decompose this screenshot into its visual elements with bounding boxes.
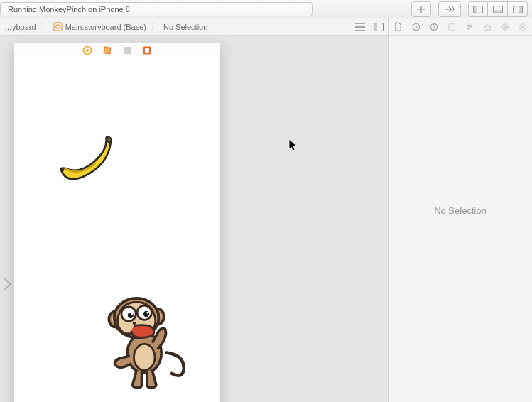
jump-bar-right [354,21,385,33]
storyboard-file-icon [53,22,63,31]
toggle-inspector-button[interactable] [508,1,528,17]
toggle-navigator-button[interactable] [468,1,488,17]
toolbar-right-cluster [411,1,528,17]
library-add-button[interactable] [411,1,431,17]
jump-bar: …yboard 〉 Main.storyboard (Base) 〉 No Se… [0,18,388,36]
breadcrumb-label: …yboard [4,23,36,31]
breadcrumb-label: No Selection [163,23,207,31]
svg-rect-16 [145,48,149,53]
version-editor-button[interactable] [438,1,461,17]
svg-point-29 [146,312,148,314]
interface-builder-canvas[interactable] [0,36,388,402]
chevron-right-icon: 〉 [39,21,50,33]
inspector-empty-state: No Selection [389,18,532,402]
activity-status-pill[interactable]: Running MonkeyPinch on iPhone 8 [0,2,313,16]
breadcrumb-item-folder[interactable]: …yboard [1,23,39,31]
banana-image-view[interactable] [57,134,121,183]
svg-rect-9 [374,23,378,31]
pane-toggle-group [468,1,528,17]
chevron-right-icon: 〉 [149,21,161,33]
storyboard-reference-icon[interactable] [142,45,152,55]
outline-view-toggle-icon[interactable] [354,21,367,33]
svg-rect-13 [104,48,110,53]
svg-point-28 [131,313,133,315]
monkey-image-view[interactable] [104,290,189,389]
first-responder-icon[interactable] [102,45,112,55]
svg-point-26 [128,313,134,318]
inspector-empty-text: No Selection [434,205,487,216]
svg-rect-5 [519,6,522,13]
svg-point-18 [134,344,155,370]
svg-rect-14 [124,47,131,54]
inspector-panel: No Selection [388,18,532,402]
svg-point-11 [86,49,89,52]
adjust-editor-options-icon[interactable] [372,21,385,33]
svg-point-27 [143,311,149,317]
breadcrumb-item-storyboard[interactable]: Main.storyboard (Base) [50,22,149,31]
svg-rect-6 [54,23,62,31]
scene-dock [14,43,220,58]
activity-status-text: Running MonkeyPinch on iPhone 8 [8,5,130,13]
toggle-debug-area-button[interactable] [488,1,508,17]
document-outline-toggle[interactable] [0,273,14,295]
svg-rect-1 [473,6,476,13]
storyboard-scene[interactable] [14,43,220,402]
breadcrumb-label: Main.storyboard (Base) [65,23,146,31]
svg-rect-3 [493,10,502,13]
exit-icon[interactable] [122,45,132,55]
svg-point-7 [55,25,60,29]
breadcrumb-item-selection[interactable]: No Selection [161,23,210,31]
view-controller-icon[interactable] [82,45,92,55]
svg-point-30 [133,322,137,325]
toolbar: Running MonkeyPinch on iPhone 8 [0,0,532,18]
